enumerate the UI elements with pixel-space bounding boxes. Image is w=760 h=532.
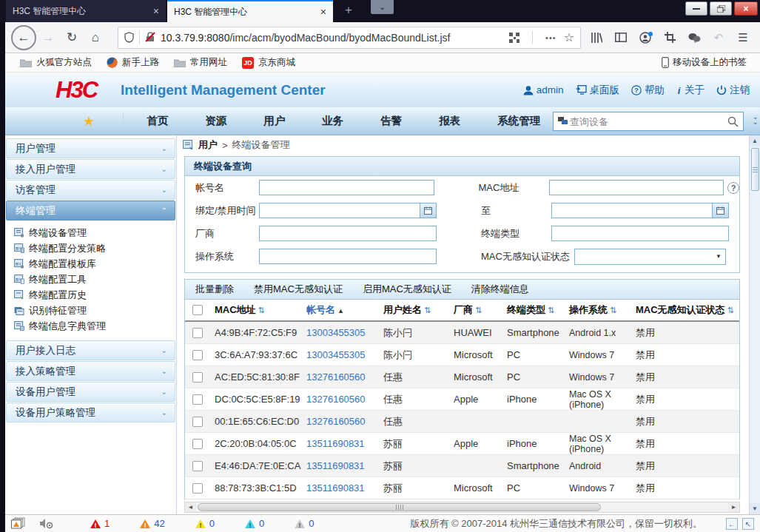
bookmark-folder-common-sites[interactable]: 常用网址 xyxy=(174,56,227,69)
sidebar-item-config-template-library[interactable]: BY 终端配置模板库 xyxy=(5,256,176,272)
sidebar-section-device-user-mgmt[interactable]: 设备用户管理⌄ xyxy=(6,382,175,402)
bookmark-getting-started[interactable]: 新手上路 xyxy=(107,56,159,69)
home-button[interactable]: ⌂ xyxy=(84,30,107,45)
window-restore-button[interactable] xyxy=(710,1,732,16)
tab-close-icon[interactable]: × xyxy=(320,7,326,16)
sidebar-section-device-user-policy-mgmt[interactable]: 设备用户策略管理⌄ xyxy=(6,403,175,422)
chat-icon[interactable] xyxy=(685,33,704,43)
sidebar-item-config-tool[interactable]: BY 终端配置工具 xyxy=(5,272,176,287)
sidebar-section-access-policy-mgmt[interactable]: 接入策略管理⌄ xyxy=(6,361,175,381)
column-header-user-name[interactable]: 用户姓名⇅ xyxy=(379,303,449,317)
account-link[interactable]: 13276160560 xyxy=(302,394,379,405)
account-link[interactable]: 13511690831 xyxy=(302,460,379,471)
sort-asc-icon[interactable]: ▲ xyxy=(337,307,344,314)
about-link[interactable]: i 关于 xyxy=(676,84,704,97)
forward-button[interactable]: → xyxy=(36,30,60,45)
favorites-star-icon[interactable]: ★ xyxy=(83,113,95,129)
scroll-up-button[interactable]: ▲ xyxy=(750,135,760,147)
sidebar-item-config-history[interactable]: 终端配置历史 xyxy=(5,287,176,303)
bookmark-star-icon[interactable]: ☆ xyxy=(564,30,574,44)
column-header-account[interactable]: 帐号名▲ xyxy=(302,303,379,317)
tracking-shield-icon[interactable] xyxy=(124,32,134,43)
batch-delete-button[interactable]: 批量删除 xyxy=(195,283,234,296)
sound-settings-icon[interactable] xyxy=(39,518,54,529)
sort-icon[interactable]: ⇅ xyxy=(258,306,265,314)
clear-terminal-info-button[interactable]: 清除终端信息 xyxy=(471,283,529,296)
sort-icon[interactable]: ⇅ xyxy=(727,306,734,314)
sidebar-section-access-user-mgmt[interactable]: 接入用户管理⌄ xyxy=(6,159,175,179)
back-button[interactable]: ← xyxy=(11,25,36,50)
scroll-left-button[interactable]: ◄ xyxy=(185,502,196,512)
mac-address-input[interactable] xyxy=(549,180,724,195)
horizontal-scrollbar[interactable]: ◄ ► xyxy=(184,502,740,513)
status-back-button[interactable]: ← xyxy=(726,518,738,530)
horizontal-scroll-thumb[interactable] xyxy=(198,503,601,511)
alarm-warning[interactable]: ! 0 xyxy=(244,518,264,529)
sidebar-section-guest-mgmt[interactable]: 访客管理⌄ xyxy=(6,180,175,200)
nav-item-users[interactable]: 用户 xyxy=(245,114,303,128)
browser-tab-inactive[interactable]: H3C 智能管理中心 × xyxy=(6,0,166,22)
enable-mac-auth-button[interactable]: 启用MAC无感知认证 xyxy=(363,283,451,296)
terminal-type-input[interactable] xyxy=(551,226,729,241)
mobile-bookmarks[interactable]: 移动设备上的书签 xyxy=(662,56,747,69)
vertical-scrollbar[interactable]: ▲ ▼ xyxy=(749,135,760,514)
select-all-checkbox[interactable] xyxy=(192,305,203,315)
alarm-panels-icon[interactable] xyxy=(11,517,27,530)
account-link[interactable]: 13003455305 xyxy=(302,349,379,360)
bind-time-to-input[interactable] xyxy=(551,203,713,218)
sidebar-toggle-icon[interactable] xyxy=(611,33,630,42)
search-icon[interactable] xyxy=(727,116,739,127)
row-checkbox[interactable] xyxy=(192,350,203,360)
sidebar-section-user-access-log[interactable]: 用户接入日志⌄ xyxy=(6,340,175,360)
library-icon[interactable] xyxy=(587,33,606,43)
logout-link[interactable]: 注销 xyxy=(716,84,750,97)
calendar-button[interactable] xyxy=(420,203,437,218)
column-header-vendor[interactable]: 厂商⇅ xyxy=(449,303,502,317)
nav-item-resources[interactable]: 资源 xyxy=(186,114,245,128)
calendar-button[interactable] xyxy=(713,203,729,218)
url-text[interactable]: 10.3.79.9:8080/imc/acm/byodMacBound/byod… xyxy=(161,32,509,44)
sidebar-item-terminal-info-dictionary[interactable]: 终端信息字典管理 xyxy=(5,318,176,334)
tab-close-icon[interactable]: × xyxy=(153,7,159,16)
page-actions-icon[interactable]: ••• xyxy=(545,33,556,42)
nav-item-home[interactable]: 首页 xyxy=(128,114,186,128)
url-bar[interactable]: 10.3.79.9:8080/imc/acm/byodMacBound/byod… xyxy=(118,27,581,49)
sort-icon[interactable]: ⇅ xyxy=(610,306,616,314)
account-link[interactable]: 13003455305 xyxy=(302,327,379,338)
account-name-input[interactable] xyxy=(259,180,434,195)
column-header-terminal-type[interactable]: 终端类型⇅ xyxy=(502,303,565,317)
alarm-info[interactable]: ! 0 xyxy=(294,518,314,529)
nav-item-alarms[interactable]: 告警 xyxy=(362,114,420,128)
bookmark-folder-firefox-official[interactable]: 火狐官方站点 xyxy=(20,56,92,69)
collapse-double-chevron-icon[interactable]: ⌄⌄ xyxy=(753,114,759,124)
help-link[interactable]: ? 帮助 xyxy=(631,84,665,97)
account-link[interactable]: 13511690831 xyxy=(302,438,379,449)
window-close-button[interactable]: × xyxy=(734,1,758,16)
alarm-major[interactable]: ! 42 xyxy=(139,518,164,529)
account-link[interactable]: 13511690831 xyxy=(302,482,379,494)
menu-hamburger-icon[interactable]: ☰ xyxy=(733,31,753,44)
mac-help-icon[interactable]: ? xyxy=(727,182,739,194)
sidebar-section-user-mgmt[interactable]: 用户管理⌄ xyxy=(6,138,175,158)
browser-tab-active[interactable]: H3C 智能管理中心 × xyxy=(167,0,333,22)
row-checkbox[interactable] xyxy=(192,328,203,338)
sidebar-item-identify-feature-mgmt[interactable]: 识别特征管理 xyxy=(5,303,176,318)
nav-item-system[interactable]: 系统管理 xyxy=(479,114,559,128)
column-header-os[interactable]: 操作系统⇅ xyxy=(565,305,631,315)
alarm-critical[interactable]: ! 1 xyxy=(90,518,110,529)
scroll-down-button[interactable]: ▼ xyxy=(750,503,760,514)
account-icon[interactable] xyxy=(636,32,655,44)
row-checkbox[interactable] xyxy=(192,439,203,449)
undo-closed-tab-icon[interactable]: ↶ xyxy=(709,31,728,44)
mac-auth-status-select[interactable]: ▼ xyxy=(574,249,726,265)
bind-time-from-input[interactable] xyxy=(259,203,420,218)
sort-icon[interactable]: ⇅ xyxy=(475,306,482,314)
insecure-lock-icon[interactable] xyxy=(145,32,155,43)
screenshot-icon[interactable] xyxy=(660,32,679,43)
row-checkbox[interactable] xyxy=(192,461,203,471)
qr-scan-icon[interactable] xyxy=(509,33,519,43)
desktop-version-link[interactable]: 桌面版 xyxy=(576,84,620,97)
account-link[interactable]: 13276160560 xyxy=(302,416,379,427)
disable-mac-auth-button[interactable]: 禁用MAC无感知认证 xyxy=(254,283,343,296)
window-minimize-button[interactable] xyxy=(685,1,707,16)
